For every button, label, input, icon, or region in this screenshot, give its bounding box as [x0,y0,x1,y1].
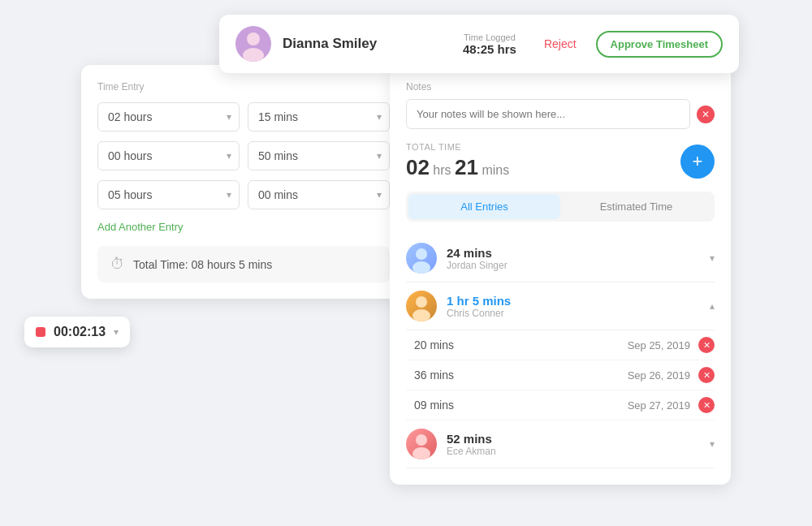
entry-row-3: 05 hours 00 hours 01 hours 02 hours 00 m… [97,180,390,209]
notes-close-button[interactable]: ✕ [697,106,715,123]
jordan-avatar [406,243,437,274]
hours-dropdown-2[interactable]: 00 hours 01 hours 02 hours [97,141,240,170]
total-time-section: TOTAL TIME 02 hrs 21 mins + [406,142,715,180]
ece-name: Ece Akman [447,446,710,457]
mins-dropdown-1[interactable]: 15 mins 00 mins 30 mins 45 mins [248,102,390,132]
ece-expand-icon[interactable]: ▾ [710,438,715,450]
entry-row-2: 00 hours 01 hours 02 hours 50 mins 00 mi… [97,141,390,170]
chris-name: Chris Conner [447,308,710,319]
svg-point-7 [412,447,430,459]
time-entry-panel: Time Entry 02 hours 00 hours 01 hours 03… [81,65,406,299]
sub-entry-1-remove-button[interactable]: ✕ [698,337,715,353]
timer-stop-icon[interactable] [36,327,45,337]
sub-entry-2-date: Sep 26, 2019 [628,369,690,382]
notes-input[interactable] [406,99,690,129]
svg-point-0 [247,32,260,45]
mins-dropdown-3[interactable]: 00 mins 15 mins 30 mins 45 mins [248,180,390,209]
timer-widget: 00:02:13 ▾ [24,317,130,347]
sub-entry-3-date: Sep 27, 2019 [628,399,690,412]
mins-unit: mins [478,163,509,177]
svg-point-1 [243,48,264,62]
sub-entry-1: 20 mins Sep 25, 2019 ✕ [406,330,715,360]
tab-all-entries[interactable]: All Entries [408,194,560,219]
jordan-expand-icon[interactable]: ▾ [710,252,715,264]
total-time-heading: TOTAL TIME [406,142,509,152]
hours-select-3[interactable]: 05 hours 00 hours 01 hours 02 hours [97,180,240,209]
chris-avatar [406,291,437,321]
dianna-avatar [235,26,271,62]
hours-dropdown-3[interactable]: 05 hours 00 hours 01 hours 02 hours [97,180,240,209]
svg-point-3 [412,261,430,274]
total-time-display: 02 hrs 21 mins [406,155,509,180]
sub-entry-3: 09 mins Sep 27, 2019 ✕ [406,390,715,420]
sub-entry-2-time: 36 mins [414,369,628,382]
tab-estimated-time[interactable]: Estimated Time [560,194,712,219]
entry-chris-conner: 1 hr 5 mins Chris Conner ▴ [406,282,715,330]
total-time-text: Total Time: 08 hours 5 mins [133,258,272,271]
sub-entry-2: 36 mins Sep 26, 2019 ✕ [406,360,715,390]
mins-dropdown-2[interactable]: 50 mins 00 mins 15 mins 30 mins [248,141,390,170]
clock-icon: ⏱ [110,256,125,273]
notes-row: ✕ [406,99,715,129]
timer-value: 00:02:13 [54,325,106,339]
sub-entry-1-date: Sep 25, 2019 [628,339,690,351]
time-logged-label: Time Logged [463,32,516,42]
right-panel: Notes ✕ TOTAL TIME 02 hrs 21 mins + All … [390,65,731,485]
time-logged-value: 48:25 hrs [463,42,516,56]
total-time-info: TOTAL TIME 02 hrs 21 mins [406,142,509,180]
ece-avatar [406,429,437,459]
tabs-row: All Entries Estimated Time [406,192,715,222]
svg-point-2 [416,248,427,260]
total-hrs-value: 02 [406,155,430,179]
entry-ece-akman: 52 mins Ece Akman ▾ [406,420,715,468]
approve-timesheet-button[interactable]: Approve Timesheet [596,31,723,58]
chris-collapse-icon[interactable]: ▴ [710,300,715,312]
timer-chevron-icon[interactable]: ▾ [114,326,119,338]
hrs-unit: hrs [430,163,455,177]
notes-label: Notes [406,81,715,93]
mins-select-1[interactable]: 15 mins 00 mins 30 mins 45 mins [248,102,390,132]
user-name: Dianna Smiley [283,36,451,52]
total-time-bar: ⏱ Total Time: 08 hours 5 mins [97,246,390,282]
reject-button[interactable]: Reject [544,37,577,50]
hours-dropdown-1[interactable]: 02 hours 00 hours 01 hours 03 hours [97,102,240,132]
sub-entry-2-remove-button[interactable]: ✕ [698,367,715,383]
jordan-name: Jordan Singer [447,260,710,271]
chris-time: 1 hr 5 mins [447,294,710,308]
entry-jordan-singer: 24 mins Jordan Singer ▾ [406,235,715,282]
chris-sub-entries: 20 mins Sep 25, 2019 ✕ 36 mins Sep 26, 2… [406,330,715,420]
ece-time: 52 mins [447,432,710,446]
sub-entry-3-remove-button[interactable]: ✕ [698,397,715,413]
hours-select-2[interactable]: 00 hours 01 hours 02 hours [97,141,240,170]
sub-entry-1-time: 20 mins [414,338,628,351]
jordan-info: 24 mins Jordan Singer [447,246,710,271]
mins-select-3[interactable]: 00 mins 15 mins 30 mins 45 mins [248,180,390,209]
ece-info: 52 mins Ece Akman [447,432,710,457]
time-logged-section: Time Logged 48:25 hrs [463,32,516,56]
add-another-entry-link[interactable]: Add Another Entry [97,221,184,233]
chris-info: 1 hr 5 mins Chris Conner [447,294,710,319]
svg-point-5 [412,309,430,321]
sub-entry-3-time: 09 mins [414,399,628,412]
total-mins-value: 21 [455,155,478,179]
time-entry-label: Time Entry [97,81,390,93]
jordan-time: 24 mins [447,246,710,260]
hours-select-1[interactable]: 02 hours 00 hours 01 hours 03 hours [97,102,240,132]
mins-select-2[interactable]: 50 mins 00 mins 15 mins 30 mins [248,141,390,170]
add-time-button[interactable]: + [680,144,715,179]
svg-point-6 [416,434,427,446]
entry-row-1: 02 hours 00 hours 01 hours 03 hours 15 m… [97,102,390,132]
svg-point-4 [416,296,427,308]
approve-timesheet-card: Dianna Smiley Time Logged 48:25 hrs Reje… [219,15,739,73]
